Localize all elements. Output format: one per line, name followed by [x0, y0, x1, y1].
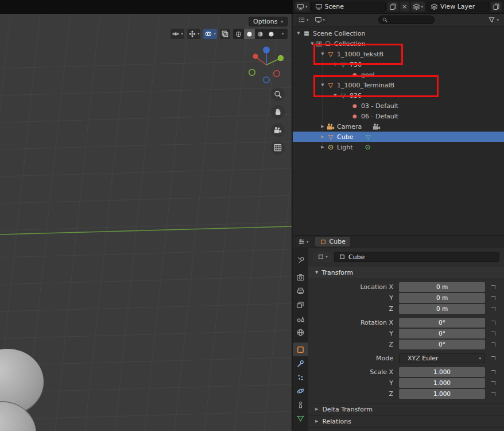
decorator-icon[interactable]	[485, 307, 501, 311]
object-id-browse-button[interactable]: ▾	[313, 252, 332, 262]
decorator-icon[interactable]	[485, 296, 501, 300]
shading-wireframe-button[interactable]	[233, 29, 244, 39]
decorator-icon[interactable]	[485, 356, 501, 360]
show-overlays-toggle[interactable]: ▾	[203, 29, 217, 39]
material-icon: ●	[350, 114, 359, 119]
tab-physics[interactable]	[293, 384, 308, 398]
field-rotation-x[interactable]: 0°	[399, 318, 485, 328]
constraints-icon	[296, 401, 305, 409]
properties-editor-type-button[interactable]: ▾	[296, 237, 311, 247]
chevron-down-icon: ▾	[214, 32, 216, 36]
tab-constraints[interactable]	[293, 398, 308, 411]
transform-row-label: Z	[313, 390, 399, 398]
decorator-icon[interactable]	[485, 343, 501, 347]
disclosure-open-icon[interactable]: ▼	[332, 62, 339, 67]
chevron-down-icon: ▾	[307, 240, 309, 244]
browse-view-layer-button[interactable]: ▾	[411, 2, 425, 11]
tab-render[interactable]	[293, 270, 308, 284]
transform-row-label: Rotation X	[313, 319, 399, 326]
new-scene-button[interactable]	[387, 2, 398, 11]
options-label: Options	[253, 18, 277, 25]
decorator-icon[interactable]	[485, 381, 501, 385]
disclosure-closed-icon[interactable]: ▶	[319, 134, 326, 139]
outliner-row-03-default[interactable]: ●03 - Default	[293, 101, 504, 111]
outliner-item-label: Cube	[337, 133, 353, 141]
panel-delta-transform[interactable]: ▶Delta Transform	[308, 403, 504, 415]
field-y[interactable]: 1.000	[399, 378, 485, 388]
field-y[interactable]: 0 m	[399, 293, 485, 303]
viewport-3d[interactable]: Options ▾ ▾▾▾▾	[0, 14, 292, 431]
outliner-row-camera[interactable]: ▶Camera	[293, 121, 504, 132]
field-z[interactable]: 0°	[399, 340, 485, 349]
outliner-row-736[interactable]: ▼▽736	[293, 59, 504, 70]
shading-dropdown-button[interactable]: ▾	[277, 29, 288, 39]
transform-panel-header[interactable]: ▼ Transform	[308, 267, 504, 278]
tab-object-data[interactable]	[293, 411, 308, 425]
disclosure-open-icon[interactable]: ▼	[319, 83, 326, 87]
pan-button[interactable]	[271, 105, 285, 119]
outliner-row-836[interactable]: ▼▽836	[293, 90, 504, 101]
tab-modifiers[interactable]	[293, 356, 308, 370]
options-dropdown-button[interactable]: Options ▾	[249, 17, 288, 26]
decorator-icon[interactable]	[485, 285, 501, 289]
field-z[interactable]: 1.000	[399, 389, 485, 399]
field-scale-x[interactable]: 1.000	[399, 367, 485, 377]
outliner-row-1-1000-tekstb[interactable]: ▼▽1_1000_tekstB	[293, 49, 504, 59]
unlink-scene-button[interactable]: ×	[400, 2, 409, 11]
transform-row: Rotation X0°	[308, 317, 504, 328]
tab-tool[interactable]	[293, 253, 308, 267]
panel-collections[interactable]: ▶Collections	[308, 427, 504, 431]
disclosure-open-icon[interactable]: ▼	[319, 52, 326, 56]
outliner-row-cube[interactable]: ▶▽Cube▽	[293, 132, 504, 142]
mesh-data-icon: ▽	[363, 134, 373, 140]
tab-world[interactable]	[293, 325, 308, 339]
outliner-row-scene-collection[interactable]: ▼▦Scene Collection	[293, 28, 504, 39]
field-location-x[interactable]: 0 m	[399, 282, 485, 292]
tab-view-layer[interactable]	[293, 298, 308, 311]
outliner-row-06-default[interactable]: ●06 - Default	[293, 111, 504, 121]
rotation-mode-dropdown[interactable]: XYZ Euler▾	[399, 353, 485, 363]
field-y[interactable]: 0°	[399, 329, 485, 338]
browse-scene-button[interactable]: ▾	[295, 2, 309, 11]
scene-icon	[296, 314, 305, 323]
shading-solid-button[interactable]	[244, 29, 255, 39]
field-z[interactable]: 0 m	[399, 304, 485, 314]
show-visibility-toggle[interactable]: ▾	[170, 29, 184, 39]
new-view-layer-button[interactable]	[491, 2, 502, 11]
shading-material-button[interactable]	[255, 29, 266, 39]
outliner-row-collection[interactable]: ▼✓▢Collection	[293, 39, 504, 49]
tab-particles[interactable]	[293, 370, 308, 384]
outliner-display-mode-button[interactable]: ▾	[313, 15, 327, 25]
tab-scene[interactable]	[293, 311, 308, 325]
tab-object[interactable]	[293, 343, 308, 356]
xray-toggle[interactable]	[220, 29, 230, 39]
outliner-row-geel[interactable]: ●geel	[293, 70, 504, 80]
disclosure-closed-icon[interactable]: ▶	[319, 124, 326, 129]
collection-checkbox[interactable]: ✓	[316, 41, 322, 47]
navigation-gizmo[interactable]	[244, 44, 290, 90]
disclosure-open-icon[interactable]: ▼	[309, 41, 316, 46]
decorator-icon[interactable]	[485, 321, 501, 325]
disclosure-open-icon[interactable]: ▼	[332, 93, 339, 98]
show-gizmos-toggle[interactable]: ▾	[187, 29, 201, 39]
outliner-row-light[interactable]: ▶⊙Light⊙	[293, 142, 504, 152]
panel-relations[interactable]: ▶Relations	[308, 415, 504, 427]
outliner-row-1-1000-terminalb[interactable]: ▼▽1_1000_TerminalB	[293, 80, 504, 90]
outliner-search-input[interactable]	[378, 16, 435, 24]
shading-rendered-button[interactable]	[266, 29, 277, 39]
breadcrumb[interactable]: Cube	[315, 237, 350, 247]
camera-view-button[interactable]	[271, 123, 285, 137]
outliner-editor-type-button[interactable]: ▾	[296, 15, 311, 25]
grid-ortho-button[interactable]	[271, 141, 285, 155]
decorator-icon[interactable]	[485, 370, 501, 374]
zoom-button[interactable]	[271, 87, 285, 101]
object-name-input[interactable]: Cube	[334, 252, 499, 262]
decorator-icon[interactable]	[485, 332, 501, 336]
disclosure-open-icon[interactable]: ▼	[295, 31, 302, 36]
tab-output[interactable]	[293, 284, 308, 298]
disclosure-closed-icon[interactable]: ▶	[319, 145, 326, 149]
decorator-icon[interactable]	[485, 392, 501, 396]
scene-name-field[interactable]: Scene	[311, 2, 386, 11]
view-layer-field[interactable]: View Layer	[427, 2, 489, 11]
outliner-filter-button[interactable]: ▾	[486, 15, 501, 25]
